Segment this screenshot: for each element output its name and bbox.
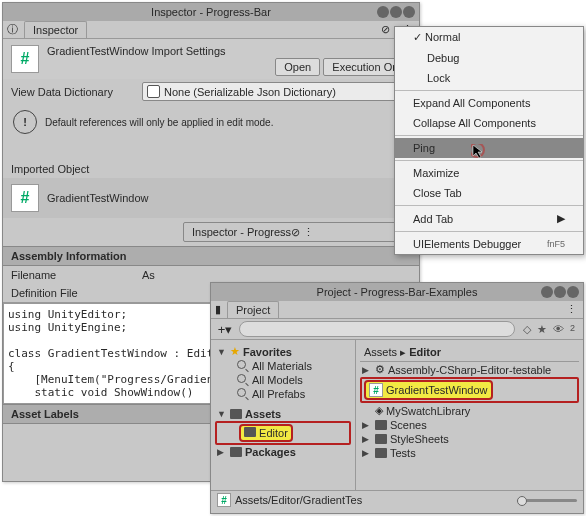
nested-tab[interactable]: Inspector - Progress <box>192 226 291 238</box>
search-icon <box>237 374 249 386</box>
hidden-count: 2 <box>570 323 575 336</box>
menu-expand-all: Expand All Components <box>395 93 583 113</box>
tab-project[interactable]: Project <box>227 301 279 318</box>
menu-normal[interactable]: ✓ Normal <box>395 27 583 48</box>
view-data-row: View Data Dictionary None (Serializable … <box>3 79 419 104</box>
star-icon: ★ <box>230 345 240 358</box>
exclamation-icon: ! <box>13 110 37 134</box>
packages-node[interactable]: ▶Packages <box>215 445 351 459</box>
search-input[interactable] <box>239 321 515 337</box>
crumb-assets[interactable]: Assets <box>364 346 397 358</box>
project-toolbar: +▾ ◇ ★ 👁 2 <box>211 319 583 340</box>
tab-inspector[interactable]: Inspector <box>24 21 87 38</box>
menu-lock[interactable]: Lock <box>395 68 583 88</box>
all-prefabs[interactable]: All Prefabs <box>215 387 351 401</box>
project-footer: # Assets/Editor/GradientTes <box>211 490 583 509</box>
info-message: ! Default references will only be applie… <box>3 104 419 140</box>
menu-maximize: Maximize <box>395 163 583 183</box>
imported-object-label: Imported Object <box>3 160 419 178</box>
script-icon: # <box>369 383 383 397</box>
list-item[interactable]: ▶ Scenes <box>360 418 579 432</box>
editor-folder[interactable]: Editor <box>215 421 351 445</box>
nested-tabbar: Inspector - Progress⊘ ⋮ <box>3 222 419 242</box>
asset-header: # GradientTestWindow Import Settings Ope… <box>3 39 419 79</box>
assembly-info-header[interactable]: Assembly Information <box>3 246 419 266</box>
chevron-right-icon: ▶ <box>557 212 565 225</box>
window-controls[interactable] <box>377 6 415 18</box>
checkbox[interactable] <box>147 85 160 98</box>
menu-uielements-debugger[interactable]: UIElements DebuggerfnF5 <box>395 234 583 254</box>
asset-title: GradientTestWindow Import Settings <box>47 45 411 57</box>
filter-icon[interactable]: ◇ <box>523 323 531 336</box>
list-item[interactable]: ▶⚙ Assembly-CSharp-Editor-testable <box>360 362 579 377</box>
folder-icon <box>230 447 242 457</box>
list-item[interactable]: ◈ MySwatchLibrary <box>360 403 579 418</box>
project-tabbar: ▮ Project ⋮ <box>211 301 583 319</box>
all-materials[interactable]: All Materials <box>215 359 351 373</box>
hidden-icon[interactable]: 👁 <box>553 323 564 336</box>
gradient-test-window-item[interactable]: # GradientTestWindow <box>360 377 579 403</box>
project-title: Project - Progress-Bar-Examples <box>317 286 478 298</box>
all-models[interactable]: All Models <box>215 373 351 387</box>
context-menu: ✓ Normal Debug Lock Expand All Component… <box>394 26 584 255</box>
project-content: Assets ▸ Editor ▶⚙ Assembly-CSharp-Edito… <box>356 340 583 490</box>
menu-collapse-all: Collapse All Components <box>395 113 583 133</box>
project-window: Project - Progress-Bar-Examples ▮ Projec… <box>210 282 584 514</box>
footer-path: Assets/Editor/GradientTes <box>235 494 362 506</box>
thumbnail-size-slider[interactable] <box>517 499 577 502</box>
view-data-field[interactable]: None (Serializable Json Dictionary) <box>142 82 411 101</box>
open-button[interactable]: Open <box>275 58 320 76</box>
script-icon: # <box>217 493 231 507</box>
folder-icon <box>230 409 242 419</box>
folder-icon: ▮ <box>211 303 225 316</box>
script-icon: # <box>11 184 39 212</box>
tab-lock-icon[interactable]: ⊘ <box>375 23 396 36</box>
breadcrumb: Assets ▸ Editor <box>360 344 579 362</box>
folder-icon <box>375 420 387 430</box>
inspector-titlebar: Inspector - Progress-Bar <box>3 3 419 21</box>
filename-label: Filename <box>11 269 136 281</box>
favorites-node[interactable]: ▼★Favorites <box>215 344 351 359</box>
menu-ping[interactable]: Ping <box>395 138 583 158</box>
list-item[interactable]: ▶ Tests <box>360 446 579 460</box>
script-icon: # <box>11 45 39 73</box>
tab-menu-icon[interactable]: ⊘ ⋮ <box>291 226 314 239</box>
folder-icon <box>375 434 387 444</box>
search-icon <box>237 360 249 372</box>
project-titlebar: Project - Progress-Bar-Examples <box>211 283 583 301</box>
menu-debug[interactable]: Debug <box>395 48 583 68</box>
filename-value: As <box>142 269 155 281</box>
crumb-editor[interactable]: Editor <box>409 346 441 358</box>
list-item[interactable]: ▶ StyleSheets <box>360 432 579 446</box>
info-icon: ⓘ <box>3 22 22 37</box>
folder-icon <box>375 448 387 458</box>
imported-header: # GradientTestWindow <box>3 178 419 218</box>
menu-add-tab[interactable]: Add Tab▶ <box>395 208 583 229</box>
view-data-label: View Data Dictionary <box>11 86 136 98</box>
create-button[interactable]: +▾ <box>215 322 235 337</box>
favorite-icon[interactable]: ★ <box>537 323 547 336</box>
inspector-title: Inspector - Progress-Bar <box>151 6 271 18</box>
deffile-label: Definition File <box>11 287 78 299</box>
imported-name: GradientTestWindow <box>47 192 149 204</box>
inspector-tabbar: ⓘ Inspector ⊘ ⋮ <box>3 21 419 39</box>
mouse-cursor <box>471 144 487 160</box>
window-controls[interactable] <box>541 286 579 298</box>
project-tree: ▼★Favorites All Materials All Models All… <box>211 340 356 490</box>
search-icon <box>237 388 249 400</box>
assets-node[interactable]: ▼Assets <box>215 407 351 421</box>
folder-icon <box>244 427 256 437</box>
tab-menu-icon[interactable]: ⋮ <box>560 303 583 316</box>
menu-close-tab[interactable]: Close Tab <box>395 183 583 203</box>
